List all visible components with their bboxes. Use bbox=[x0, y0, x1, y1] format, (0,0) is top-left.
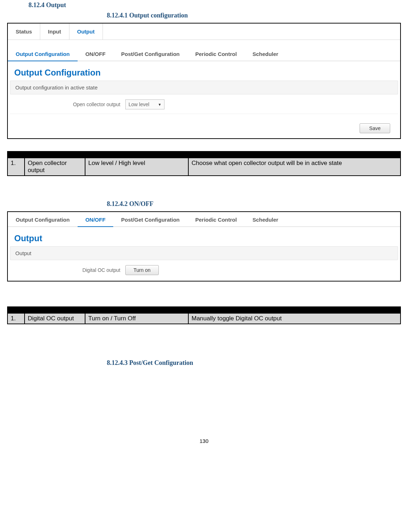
subtab-postget[interactable]: Post/Get Configuration bbox=[113, 212, 187, 226]
cell-explanation: Manually toggle Digital OC output bbox=[188, 313, 401, 324]
panel-title: Output Configuration bbox=[14, 68, 400, 78]
turn-on-button[interactable]: Turn on bbox=[125, 265, 159, 275]
top-tabs: Status Input Output bbox=[8, 24, 400, 40]
table-header-row bbox=[7, 151, 401, 158]
table-row: 1. Digital OC output Turn on / Turn Off … bbox=[7, 313, 401, 324]
subtab-output-configuration[interactable]: Output Configuration bbox=[8, 46, 78, 61]
subtab-onoff[interactable]: ON/OFF bbox=[78, 46, 114, 61]
form-legend: Output configuration in active state bbox=[10, 81, 398, 94]
subsection-heading: 8.12.4.1 Output configuration bbox=[107, 12, 401, 19]
open-collector-select[interactable]: Low level ▼ bbox=[125, 99, 164, 109]
cell-value: Low level / High level bbox=[85, 158, 188, 176]
table-row: 1. Open collector output Low level / Hig… bbox=[7, 158, 401, 176]
page-number: 130 bbox=[7, 438, 401, 454]
form-row: Digital OC output Turn on bbox=[8, 260, 400, 277]
cell-explanation: Choose what open collector output will b… bbox=[188, 158, 401, 176]
sub-tabs: Output Configuration ON/OFF Post/Get Con… bbox=[8, 46, 400, 61]
cell-number: 1. bbox=[7, 313, 25, 324]
subtab-scheduler[interactable]: Scheduler bbox=[245, 46, 286, 61]
chevron-down-icon: ▼ bbox=[158, 103, 161, 107]
form-legend: Output bbox=[10, 246, 398, 260]
subtab-onoff[interactable]: ON/OFF bbox=[78, 212, 114, 227]
table-header-row bbox=[7, 307, 401, 313]
parameter-table-2: 1. Digital OC output Turn on / Turn Off … bbox=[7, 306, 401, 324]
cell-name: Open collector output bbox=[25, 158, 85, 176]
tab-output[interactable]: Output bbox=[69, 24, 103, 40]
tab-status[interactable]: Status bbox=[8, 24, 40, 40]
field-label: Open collector output bbox=[8, 102, 125, 107]
parameter-table-1: 1. Open collector output Low level / Hig… bbox=[7, 151, 401, 176]
panel-title: Output bbox=[14, 233, 400, 243]
section-heading: 8.12.4 Output bbox=[28, 1, 401, 9]
select-value: Low level bbox=[129, 102, 149, 107]
cell-name: Digital OC output bbox=[25, 313, 85, 324]
subtab-postget[interactable]: Post/Get Configuration bbox=[113, 46, 187, 61]
subtab-scheduler[interactable]: Scheduler bbox=[245, 212, 286, 226]
sub-tabs: Output Configuration ON/OFF Post/Get Con… bbox=[8, 212, 400, 227]
subtab-periodic[interactable]: Periodic Control bbox=[187, 212, 245, 226]
subsection-heading: 8.12.4.3 Post/Get Configuration bbox=[107, 359, 401, 367]
form-row: Open collector output Low level ▼ bbox=[8, 94, 400, 112]
subtab-output-configuration[interactable]: Output Configuration bbox=[8, 212, 78, 226]
tab-input[interactable]: Input bbox=[40, 24, 69, 40]
subtab-periodic[interactable]: Periodic Control bbox=[187, 46, 245, 61]
cell-number: 1. bbox=[7, 158, 25, 176]
save-button[interactable]: Save bbox=[360, 123, 390, 133]
cell-value: Turn on / Turn Off bbox=[85, 313, 188, 324]
field-label: Digital OC output bbox=[8, 267, 125, 273]
subsection-heading: 8.12.4.2 ON/OFF bbox=[107, 200, 401, 208]
screenshot-output-configuration: Status Input Output Output Configuration… bbox=[7, 23, 401, 139]
screenshot-onoff: Output Configuration ON/OFF Post/Get Con… bbox=[7, 211, 401, 282]
